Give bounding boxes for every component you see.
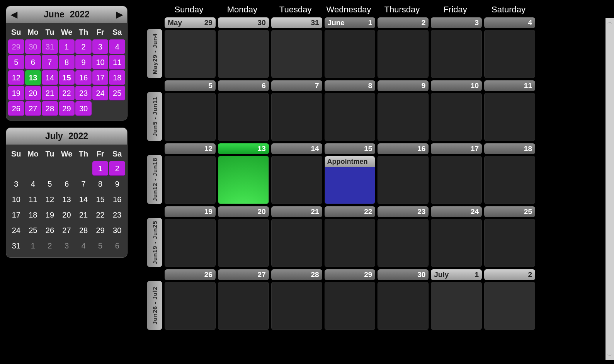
week-range-label[interactable]: Jun26 - Jul2 xyxy=(147,281,162,330)
date-header[interactable]: 21 xyxy=(271,206,322,217)
date-header[interactable]: 20 xyxy=(218,206,269,217)
date-header[interactable]: 18 xyxy=(484,143,535,154)
week-range-label[interactable]: Jun19 - Jun25 xyxy=(147,218,162,267)
mini-day-cell[interactable]: 8 xyxy=(92,177,109,191)
date-header[interactable]: 30 xyxy=(218,17,269,28)
date-header[interactable]: 6 xyxy=(218,80,269,91)
mini-day-cell[interactable]: 4 xyxy=(109,39,125,54)
date-header[interactable]: 13 xyxy=(218,143,269,154)
day-cell[interactable]: 11 xyxy=(484,80,535,141)
mini-day-cell[interactable]: 27 xyxy=(25,101,41,116)
date-header[interactable]: 24 xyxy=(431,206,482,217)
vertical-scrollbar[interactable]: ︿ ﹀ xyxy=(605,18,614,360)
day-body[interactable] xyxy=(378,30,429,78)
day-cell[interactable]: 28 xyxy=(271,269,322,330)
day-cell[interactable]: 23 xyxy=(378,206,429,267)
mini-day-cell[interactable]: 10 xyxy=(8,192,24,207)
date-header[interactable]: 16 xyxy=(378,143,429,154)
day-body[interactable] xyxy=(431,219,482,267)
day-cell[interactable]: 2 xyxy=(484,269,535,330)
date-header[interactable]: July1 xyxy=(431,269,482,280)
day-cell[interactable]: 17 xyxy=(431,143,482,204)
date-header[interactable]: 11 xyxy=(484,80,535,91)
mini-day-cell[interactable]: 15 xyxy=(59,70,75,85)
mini-day-cell[interactable]: 2 xyxy=(109,161,125,176)
mini-day-cell[interactable]: 16 xyxy=(75,70,92,85)
day-body[interactable] xyxy=(431,93,482,141)
mini-day-cell[interactable]: 28 xyxy=(42,101,58,116)
date-header[interactable]: 2 xyxy=(484,269,535,280)
date-header[interactable]: 28 xyxy=(271,269,322,280)
day-cell[interactable]: 21 xyxy=(271,206,322,267)
mini-day-cell[interactable]: 5 xyxy=(42,177,58,191)
day-cell[interactable]: 31 xyxy=(271,17,322,78)
day-body[interactable] xyxy=(165,30,216,78)
day-body[interactable] xyxy=(271,93,322,141)
mini-day-cell[interactable]: 23 xyxy=(109,208,125,222)
day-cell[interactable]: 7 xyxy=(271,80,322,141)
week-range-label[interactable]: Jun5 - Jun11 xyxy=(147,92,162,141)
mini-day-cell[interactable]: 7 xyxy=(42,55,58,70)
day-body[interactable] xyxy=(484,156,535,204)
mini-day-cell[interactable]: 20 xyxy=(59,208,75,222)
week-range-label[interactable]: May29 - Jun4 xyxy=(147,29,162,78)
date-header[interactable]: 7 xyxy=(271,80,322,91)
mini-day-cell[interactable]: 17 xyxy=(8,208,24,222)
mini-day-cell[interactable]: 3 xyxy=(8,177,24,191)
mini-day-cell[interactable]: 2 xyxy=(75,39,92,54)
day-cell[interactable]: 26 xyxy=(165,269,216,330)
mini-day-cell[interactable]: 29 xyxy=(59,101,75,116)
date-header[interactable]: 22 xyxy=(325,206,376,217)
day-cell[interactable]: 5 xyxy=(165,80,216,141)
day-body[interactable] xyxy=(325,30,376,78)
mini-day-cell[interactable]: 5 xyxy=(92,238,109,253)
day-cell[interactable]: 14 xyxy=(271,143,322,204)
mini-day-cell[interactable]: 22 xyxy=(92,208,109,222)
day-cell[interactable]: 27 xyxy=(218,269,269,330)
day-body[interactable] xyxy=(431,282,482,330)
scroll-down-button[interactable]: ﹀ xyxy=(605,352,614,360)
mini-day-cell[interactable]: 18 xyxy=(25,208,41,222)
date-header[interactable]: 9 xyxy=(378,80,429,91)
mini-day-cell[interactable]: 16 xyxy=(109,192,125,207)
day-body[interactable] xyxy=(165,282,216,330)
date-header[interactable]: 10 xyxy=(431,80,482,91)
mini-day-cell[interactable]: 26 xyxy=(8,101,24,116)
mini-day-cell[interactable]: 30 xyxy=(25,39,41,54)
day-body[interactable] xyxy=(271,219,322,267)
date-header[interactable]: 30 xyxy=(378,269,429,280)
day-cell[interactable]: 12 xyxy=(165,143,216,204)
mini-day-cell[interactable]: 27 xyxy=(59,223,75,238)
day-cell[interactable]: June1 xyxy=(325,17,376,78)
mini-day-cell[interactable]: 24 xyxy=(92,86,109,100)
day-body[interactable] xyxy=(165,156,216,204)
day-cell[interactable]: 2 xyxy=(378,17,429,78)
mini-day-cell[interactable]: 25 xyxy=(109,86,125,100)
date-header[interactable]: 25 xyxy=(484,206,535,217)
mini-day-cell[interactable]: 20 xyxy=(25,86,41,100)
day-body[interactable] xyxy=(218,156,269,204)
mini-day-cell[interactable]: 26 xyxy=(42,223,58,238)
mini-day-cell[interactable]: 19 xyxy=(8,86,24,100)
prev-month-button[interactable]: ◀ xyxy=(6,6,22,23)
day-body[interactable] xyxy=(325,93,376,141)
day-body[interactable] xyxy=(378,219,429,267)
mini-day-cell[interactable]: 4 xyxy=(25,177,41,191)
day-body[interactable] xyxy=(271,156,322,204)
day-cell[interactable]: 24 xyxy=(431,206,482,267)
mini-day-cell[interactable]: 30 xyxy=(75,101,92,116)
day-cell[interactable]: 22 xyxy=(325,206,376,267)
date-header[interactable]: 4 xyxy=(484,17,535,28)
date-header[interactable]: 15 xyxy=(325,143,376,154)
date-header[interactable]: 5 xyxy=(165,80,216,91)
mini-day-cell[interactable]: 28 xyxy=(75,223,92,238)
week-range-label[interactable]: Jun12 - Jun18 xyxy=(147,155,162,204)
day-body[interactable] xyxy=(218,219,269,267)
mini-day-cell[interactable]: 3 xyxy=(59,238,75,253)
day-cell[interactable]: 10 xyxy=(431,80,482,141)
day-cell[interactable]: 25 xyxy=(484,206,535,267)
day-body[interactable] xyxy=(378,282,429,330)
scroll-up-button[interactable]: ︿ xyxy=(605,18,614,26)
day-cell[interactable]: July1 xyxy=(431,269,482,330)
mini-day-cell[interactable]: 14 xyxy=(75,192,92,207)
